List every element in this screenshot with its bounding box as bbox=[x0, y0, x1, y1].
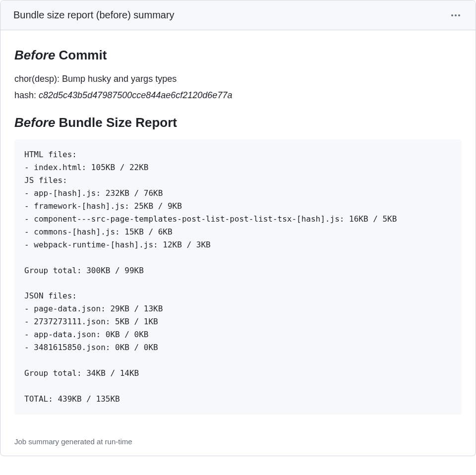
card-header: Bundle size report (before) summary bbox=[0, 0, 476, 30]
bundle-report-code: HTML files: - index.html: 105KB / 22KB J… bbox=[14, 139, 462, 414]
hash-label: hash: bbox=[14, 90, 39, 100]
commit-hash-line: hash: c82d5c43b5d47987500cce844ae6cf2120… bbox=[14, 88, 462, 103]
heading-rest: Commit bbox=[55, 48, 107, 62]
heading-emphasis: Before bbox=[14, 115, 55, 130]
hash-value: c82d5c43b5d47987500cce844ae6cf2120d6e77a bbox=[39, 90, 232, 100]
footer-text: Job summary generated at run-time bbox=[14, 437, 132, 446]
before-bundle-heading: Before Bundle Size Report bbox=[14, 115, 462, 131]
card-body: Before Commit chor(desp): Bump husky and… bbox=[0, 30, 476, 433]
summary-card: Bundle size report (before) summary Befo… bbox=[0, 0, 476, 456]
before-commit-heading: Before Commit bbox=[14, 47, 462, 63]
heading-emphasis: Before bbox=[14, 48, 55, 62]
heading-rest: Bundle Size Report bbox=[55, 115, 177, 130]
card-footer: Job summary generated at run-time bbox=[0, 433, 476, 456]
commit-message: chor(desp): Bump husky and yargs types bbox=[14, 71, 462, 87]
kebab-menu-icon[interactable] bbox=[449, 12, 463, 19]
card-title: Bundle size report (before) summary bbox=[13, 9, 175, 21]
